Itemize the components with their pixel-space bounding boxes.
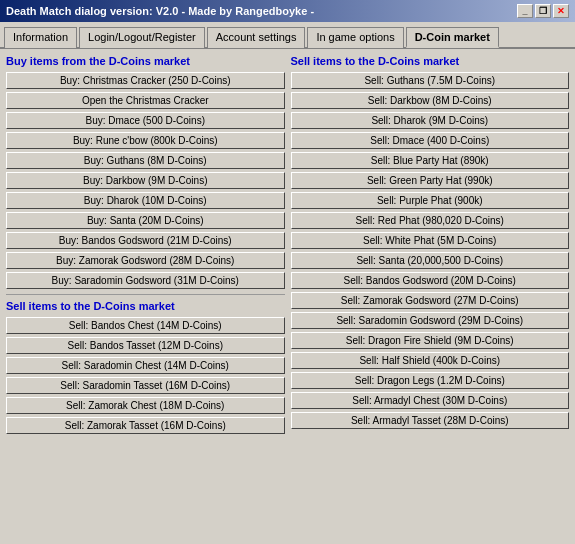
buy-zamorak-godsword-btn[interactable]: Buy: Zamorak Godsword (28M D-Coins) — [6, 252, 285, 269]
buy-dharok-btn[interactable]: Buy: Dharok (10M D-Coins) — [6, 192, 285, 209]
sell-santa-btn[interactable]: Sell: Santa (20,000,500 D-Coins) — [291, 252, 570, 269]
close-button[interactable]: ✕ — [553, 4, 569, 18]
sell-dragon-legs-btn[interactable]: Sell: Dragon Legs (1.2M D-Coins) — [291, 372, 570, 389]
sell-zamorak-chest-btn[interactable]: Sell: Zamorak Chest (18M D-Coins) — [6, 397, 285, 414]
tab-ingame[interactable]: In game options — [307, 27, 403, 48]
sell-blue-party-hat-btn[interactable]: Sell: Blue Party Hat (890k) — [291, 152, 570, 169]
sell-bandos-tasset-btn[interactable]: Sell: Bandos Tasset (12M D-Coins) — [6, 337, 285, 354]
buy-bandos-godsword-btn[interactable]: Buy: Bandos Godsword (21M D-Coins) — [6, 232, 285, 249]
sell-zamorak-godsword-btn[interactable]: Sell: Zamorak Godsword (27M D-Coins) — [291, 292, 570, 309]
sell-saradomin-godsword-btn[interactable]: Sell: Saradomin Godsword (29M D-Coins) — [291, 312, 570, 329]
sell-half-shield-btn[interactable]: Sell: Half Shield (400k D-Coins) — [291, 352, 570, 369]
buy-saradomin-godsword-btn[interactable]: Buy: Saradomin Godsword (31M D-Coins) — [6, 272, 285, 289]
tab-dcoin[interactable]: D-Coin market — [406, 27, 499, 48]
left-column: Buy items from the D-Coins market Buy: C… — [6, 55, 285, 535]
title-bar: Death Match dialog version: V2.0 - Made … — [0, 0, 575, 22]
buy-dmace-btn[interactable]: Buy: Dmace (500 D-Coins) — [6, 112, 285, 129]
sell-saradomin-tasset-btn[interactable]: Sell: Saradomin Tasset (16M D-Coins) — [6, 377, 285, 394]
tab-information[interactable]: Information — [4, 27, 77, 48]
tab-bar: Information Login/Logout/Register Accoun… — [0, 22, 575, 49]
buy-christmas-cracker-btn[interactable]: Buy: Christmas Cracker (250 D-Coins) — [6, 72, 285, 89]
sell-guthans-btn[interactable]: Sell: Guthans (7.5M D-Coins) — [291, 72, 570, 89]
minimize-button[interactable]: _ — [517, 4, 533, 18]
buy-darkbow-btn[interactable]: Buy: Darkbow (9M D-Coins) — [6, 172, 285, 189]
sell-bandos-godsword-btn[interactable]: Sell: Bandos Godsword (20M D-Coins) — [291, 272, 570, 289]
sell-purple-phat-btn[interactable]: Sell: Purple Phat (900k) — [291, 192, 570, 209]
tab-account[interactable]: Account settings — [207, 27, 306, 48]
sell-zamorak-tasset-btn[interactable]: Sell: Zamorak Tasset (16M D-Coins) — [6, 417, 285, 434]
buy-guthans-btn[interactable]: Buy: Guthans (8M D-Coins) — [6, 152, 285, 169]
open-christmas-cracker-btn[interactable]: Open the Christmas Cracker — [6, 92, 285, 109]
sell-saradomin-chest-btn[interactable]: Sell: Saradomin Chest (14M D-Coins) — [6, 357, 285, 374]
tab-login[interactable]: Login/Logout/Register — [79, 27, 205, 48]
window-title: Death Match dialog version: V2.0 - Made … — [6, 5, 314, 17]
sell-bandos-chest-btn[interactable]: Sell: Bandos Chest (14M D-Coins) — [6, 317, 285, 334]
buy-rune-cbow-btn[interactable]: Buy: Rune c'bow (800k D-Coins) — [6, 132, 285, 149]
sell-armadyl-tasset-btn[interactable]: Sell: Armadyl Tasset (28M D-Coins) — [291, 412, 570, 429]
sell-darkbow-btn[interactable]: Sell: Darkbow (8M D-Coins) — [291, 92, 570, 109]
sell-dmace-btn[interactable]: Sell: Dmace (400 D-Coins) — [291, 132, 570, 149]
restore-button[interactable]: ❐ — [535, 4, 551, 18]
sell-green-party-hat-btn[interactable]: Sell: Green Party Hat (990k) — [291, 172, 570, 189]
sell-dragon-fire-shield-btn[interactable]: Sell: Dragon Fire Shield (9M D-Coins) — [291, 332, 570, 349]
buy-section-title: Buy items from the D-Coins market — [6, 55, 285, 67]
right-column: Sell items to the D-Coins market Sell: G… — [291, 55, 570, 535]
sell-white-phat-btn[interactable]: Sell: White Phat (5M D-Coins) — [291, 232, 570, 249]
sell-dharok-btn[interactable]: Sell: Dharok (9M D-Coins) — [291, 112, 570, 129]
main-content: Buy items from the D-Coins market Buy: C… — [0, 49, 575, 541]
left-sell-section-title: Sell items to the D-Coins market — [6, 300, 285, 312]
left-divider — [6, 294, 285, 295]
sell-red-phat-btn[interactable]: Sell: Red Phat (980,020 D-Coins) — [291, 212, 570, 229]
window-controls: _ ❐ ✕ — [517, 4, 569, 18]
sell-armadyl-chest-btn[interactable]: Sell: Armadyl Chest (30M D-Coins) — [291, 392, 570, 409]
buy-santa-btn[interactable]: Buy: Santa (20M D-Coins) — [6, 212, 285, 229]
right-sell-section-title: Sell items to the D-Coins market — [291, 55, 570, 67]
